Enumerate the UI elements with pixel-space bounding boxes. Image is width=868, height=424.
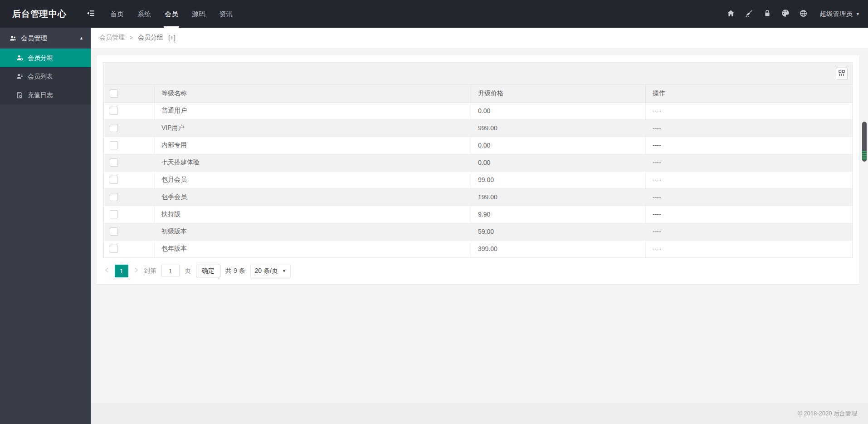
cell-price: 399.00 xyxy=(471,240,646,257)
collapse-menu-icon xyxy=(87,10,95,18)
user-group-icon xyxy=(10,35,16,42)
nav-item-source[interactable]: 源码 xyxy=(186,0,211,28)
chevron-right-icon xyxy=(133,267,139,275)
nav-item-member[interactable]: 会员 xyxy=(159,0,184,28)
row-checkbox[interactable] xyxy=(110,158,118,167)
cell-price: 59.00 xyxy=(471,223,646,240)
sidebar-group-member-management[interactable]: 会员管理 ▲ xyxy=(0,28,91,49)
row-checkbox[interactable] xyxy=(110,227,118,236)
app-logo: 后台管理中心 xyxy=(0,8,82,20)
total-count-label: 共 9 条 xyxy=(225,267,245,275)
page-number-input[interactable] xyxy=(161,265,180,277)
row-checkbox[interactable] xyxy=(110,193,118,201)
prev-page-button[interactable] xyxy=(104,267,110,275)
table-header-row: 等级名称 升级价格 操作 xyxy=(104,85,853,102)
content-area: 等级名称 升级价格 操作 普通用户 0.00 ---- VIP用户 xyxy=(91,48,868,403)
broom-icon xyxy=(745,10,753,19)
row-checkbox[interactable] xyxy=(110,245,118,253)
table-row: 包季会员 199.00 ---- xyxy=(104,188,853,206)
lock-icon xyxy=(764,10,771,18)
current-page-button[interactable]: 1 xyxy=(115,265,128,277)
user-menu[interactable]: 超级管理员 ▼ xyxy=(817,10,860,18)
main-area: 会员管理 > 会员分组 [+] xyxy=(91,28,868,424)
scrollbar-thumb[interactable] xyxy=(862,122,867,162)
cell-action: ---- xyxy=(646,119,853,137)
cell-action: ---- xyxy=(646,137,853,154)
table-row: VIP用户 999.00 ---- xyxy=(104,119,853,137)
toggle-columns-button[interactable] xyxy=(836,68,848,79)
user-name: 超级管理员 xyxy=(820,10,853,18)
table-row: 普通用户 0.00 ---- xyxy=(104,102,853,119)
next-page-button[interactable] xyxy=(133,267,139,275)
row-checkbox[interactable] xyxy=(110,107,118,115)
sidebar-item-recharge-log[interactable]: 充值日志 xyxy=(0,86,91,104)
confirm-page-button[interactable]: 确定 xyxy=(196,265,220,277)
cell-name: VIP用户 xyxy=(155,119,471,137)
cell-name: 扶持版 xyxy=(155,206,471,223)
cell-price: 0.00 xyxy=(471,137,646,154)
sidebar-collapse-button[interactable] xyxy=(82,0,100,28)
nav-item-home[interactable]: 首页 xyxy=(105,0,129,28)
select-all-checkbox[interactable] xyxy=(110,89,118,98)
column-header-price: 升级价格 xyxy=(471,85,646,102)
language-button[interactable] xyxy=(799,10,808,19)
sidebar-submenu: 会员分组 会员列表 充值日志 xyxy=(0,49,91,104)
page-unit-label: 页 xyxy=(185,267,191,275)
columns-filter-icon xyxy=(839,70,845,78)
cell-action: ---- xyxy=(646,206,853,223)
log-file-icon xyxy=(16,92,23,99)
copyright-text: © 2018-2020 后台管理 xyxy=(798,409,857,418)
cell-name: 包季会员 xyxy=(155,188,471,206)
row-checkbox[interactable] xyxy=(110,124,118,132)
nav-item-news[interactable]: 资讯 xyxy=(214,0,238,28)
breadcrumb-parent[interactable]: 会员管理 xyxy=(99,34,125,42)
row-checkbox[interactable] xyxy=(110,176,118,184)
member-group-icon xyxy=(16,54,23,61)
breadcrumb-add-tab[interactable]: [+] xyxy=(168,34,176,41)
home-button[interactable] xyxy=(727,10,736,19)
cell-action: ---- xyxy=(646,171,853,188)
clear-cache-button[interactable] xyxy=(745,10,754,19)
cell-price: 0.00 xyxy=(471,154,646,171)
per-page-select[interactable]: 20 条/页 ▼ xyxy=(250,265,291,277)
table-row: 扶持版 9.90 ---- xyxy=(104,206,853,223)
table-row: 包月会员 99.00 ---- xyxy=(104,171,853,188)
cell-action: ---- xyxy=(646,154,853,171)
cell-name: 初级版本 xyxy=(155,223,471,240)
sidebar-item-label: 充值日志 xyxy=(28,91,53,99)
scrollbar-stripes xyxy=(862,151,867,160)
pagination: 1 到第 页 确定 共 9 条 20 条/页 ▼ xyxy=(103,265,853,277)
cell-name: 内部专用 xyxy=(155,137,471,154)
cell-price: 999.00 xyxy=(471,119,646,137)
row-checkbox[interactable] xyxy=(110,210,118,218)
table-row: 七天搭建体验 0.00 ---- xyxy=(104,154,853,171)
table-toolbar xyxy=(103,62,853,85)
sidebar-group-label: 会员管理 xyxy=(21,34,47,43)
column-header-name: 等级名称 xyxy=(155,85,471,102)
chevron-down-icon: ▼ xyxy=(856,12,860,16)
sidebar: 会员管理 ▲ 会员分组 会员列表 xyxy=(0,28,91,424)
cell-name: 普通用户 xyxy=(155,102,471,119)
breadcrumb-separator: > xyxy=(130,35,133,41)
goto-page-label: 到第 xyxy=(144,267,156,275)
table-row: 内部专用 0.00 ---- xyxy=(104,137,853,154)
sidebar-item-member-list[interactable]: 会员列表 xyxy=(0,67,91,86)
cell-action: ---- xyxy=(646,240,853,257)
cell-price: 199.00 xyxy=(471,188,646,206)
theme-button[interactable] xyxy=(781,10,790,19)
footer: © 2018-2020 后台管理 xyxy=(91,403,868,424)
cell-action: ---- xyxy=(646,102,853,119)
nav-item-system[interactable]: 系统 xyxy=(132,0,156,28)
breadcrumb: 会员管理 > 会员分组 [+] xyxy=(91,28,868,48)
sidebar-item-member-groups[interactable]: 会员分组 xyxy=(0,49,91,67)
breadcrumb-current: 会员分组 xyxy=(138,34,163,42)
cell-price: 99.00 xyxy=(471,171,646,188)
lock-screen-button[interactable] xyxy=(763,10,772,19)
sidebar-item-label: 会员分组 xyxy=(28,54,53,62)
per-page-value: 20 条/页 xyxy=(255,267,278,275)
chevron-up-icon: ▲ xyxy=(79,36,83,40)
cell-action: ---- xyxy=(646,188,853,206)
member-groups-table: 等级名称 升级价格 操作 普通用户 0.00 ---- VIP用户 xyxy=(103,85,853,258)
cell-name: 七天搭建体验 xyxy=(155,154,471,171)
row-checkbox[interactable] xyxy=(110,141,118,149)
